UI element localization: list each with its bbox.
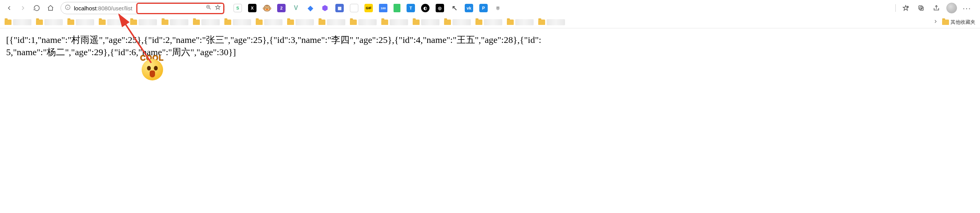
bookmark-item[interactable] [99,19,126,25]
bookmarks-bar: 其他收藏夹 [0,16,980,28]
folder-icon [538,20,545,25]
extension-icon[interactable]: ▦ [335,4,344,12]
extension-icon[interactable]: ◆ [306,4,315,12]
bookmark-label-blurred [107,19,126,25]
bookmark-label-blurred [421,19,439,25]
url-host: localhost [74,5,96,11]
extension-icons: S X 🐵 2 V ◆ ⬢ ▦ GIF 100 T ◐ ◎ ↖ vk P ⛨ [234,4,502,12]
home-button[interactable] [44,2,57,14]
bookmark-item[interactable] [318,19,345,25]
bookmark-item[interactable] [287,19,314,25]
profile-avatar[interactable] [946,3,957,13]
bookmark-item[interactable] [36,19,63,25]
folder-icon [256,20,263,25]
extension-icon[interactable] [350,4,358,12]
collections-icon[interactable] [916,3,926,13]
bookmark-label-blurred [233,19,251,25]
folder-icon [413,20,420,25]
extension-icon[interactable]: 2 [277,4,286,12]
favorites-icon[interactable] [900,3,911,13]
extension-icon[interactable]: X [248,4,256,12]
address-bar[interactable]: localhost:8080/user/list [60,2,225,14]
bookmark-label-blurred [390,19,408,25]
forward-button[interactable] [17,2,29,14]
bookmark-item[interactable] [162,19,188,25]
url-text: localhost:8080/user/list [74,5,203,11]
bookmark-item[interactable] [350,19,377,25]
extension-icon[interactable]: ⬢ [321,4,329,12]
zoom-icon[interactable] [206,4,212,12]
extension-icon[interactable]: V [292,4,300,12]
extension-icon[interactable]: GIF [364,4,373,12]
browser-toolbar: localhost:8080/user/list S X 🐵 2 V ◆ ⬢ ▦… [0,0,980,16]
folder-icon [318,20,325,25]
bookmark-item[interactable] [538,19,565,25]
bookmark-item[interactable] [130,19,157,25]
folder-icon [444,20,451,25]
bookmark-label-blurred [201,19,220,25]
bookmark-item[interactable] [475,19,502,25]
extension-icon[interactable]: ◎ [436,4,444,12]
folder-icon [36,20,43,25]
bookmark-label-blurred [139,19,157,25]
folder-icon [193,20,200,25]
url-path: :8080/user/list [96,5,132,11]
bookmark-label-blurred [170,19,188,25]
bookmark-item[interactable] [256,19,283,25]
separator [895,4,896,12]
folder-icon [130,20,137,25]
bookmark-label-blurred [44,19,63,25]
bookmark-label-blurred [452,19,471,25]
bookmark-item[interactable] [413,19,439,25]
extension-icon[interactable]: 100 [379,4,387,12]
folder-icon [350,20,357,25]
bookmark-item[interactable] [507,19,534,25]
site-info-icon[interactable] [65,4,71,12]
bookmark-label-blurred [484,19,502,25]
bookmark-item[interactable] [224,19,251,25]
favorite-star-icon[interactable] [215,4,221,12]
page-body-text: [{"id":1,"name":"村雨遥","age":25},{"id":2,… [0,28,547,64]
folder-icon [5,20,11,25]
bookmark-label-blurred [296,19,314,25]
bookmark-label-blurred [327,19,345,25]
other-bookmarks-label: 其他收藏夹 [951,19,975,26]
bookmark-item[interactable] [444,19,471,25]
extension-icon[interactable]: P [479,4,488,12]
bookmark-label-blurred [358,19,377,25]
bookmark-label-blurred [76,19,94,25]
other-bookmarks-button[interactable]: 其他收藏夹 [942,19,975,26]
extension-icon[interactable]: S [234,4,242,12]
back-button[interactable] [3,2,15,14]
extension-icon[interactable]: ↖ [450,4,459,12]
folder-icon [67,20,74,25]
folder-icon [162,20,168,25]
folder-icon [475,20,482,25]
extension-icon[interactable]: 🐵 [263,4,271,12]
share-icon[interactable] [931,3,942,13]
refresh-button[interactable] [31,2,43,14]
folder-icon [287,20,294,25]
extension-icon[interactable] [394,4,400,12]
folder-icon [507,20,514,25]
folder-icon [942,20,949,25]
bookmark-label-blurred [547,19,565,25]
bookmark-item[interactable] [67,19,94,25]
folder-icon [381,20,388,25]
bookmark-item[interactable] [193,19,220,25]
extension-icon[interactable]: T [407,4,415,12]
folder-icon [99,20,106,25]
bookmarks-overflow-icon[interactable] [933,19,938,26]
toolbar-right: ··· [895,3,977,13]
extension-icon[interactable]: ⛨ [494,4,502,12]
bookmark-label-blurred [515,19,534,25]
bookmark-item[interactable] [5,19,31,25]
more-menu-icon[interactable]: ··· [962,3,972,13]
extension-icon[interactable]: vk [465,4,473,12]
extension-icon[interactable]: ◐ [421,4,430,12]
bookmark-item[interactable] [381,19,408,25]
bookmark-label-blurred [264,19,283,25]
folder-icon [224,20,231,25]
bookmark-label-blurred [13,19,31,25]
